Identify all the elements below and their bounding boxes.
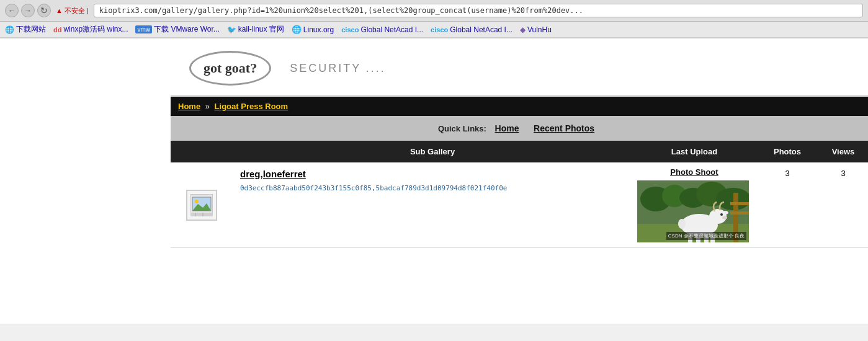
views-count: 3 xyxy=(818,162,868,247)
col-thumb xyxy=(171,141,233,162)
reload-button[interactable]: ↻ xyxy=(37,4,51,17)
bookmark-label: Global NetAcad I... xyxy=(360,25,423,34)
logo-oval: got goat? xyxy=(189,51,271,86)
last-upload-title: Photo Shoot xyxy=(637,167,751,177)
bookmark-netacad2[interactable]: cisco Global NetAcad I... xyxy=(431,25,512,34)
main-content: got goat? SECURITY .... Home » Ligoat Pr… xyxy=(171,38,868,324)
site-header: got goat? SECURITY .... xyxy=(171,38,868,97)
security-indicator: ▲ 不安全 | xyxy=(56,6,89,16)
svg-point-26 xyxy=(678,219,686,229)
watermark-text: CSDN @不要温顺地走进那个·良夜 xyxy=(666,232,746,240)
nav-buttons: ← → ↻ xyxy=(5,4,51,17)
cisco-icon2: cisco xyxy=(431,26,448,33)
gallery-info-cell: dreg,loneferret 0d3eccfb887aabd50f243b3f… xyxy=(233,162,632,247)
bookmark-linux[interactable]: 🌐 Linux.org xyxy=(292,25,334,34)
globe-icon: 🌐 xyxy=(292,25,302,34)
address-bar-row: ← → ↻ ▲ 不安全 | xyxy=(0,0,868,22)
svg-point-20 xyxy=(720,213,723,216)
bookmark-label: VulnHu xyxy=(527,25,552,34)
quicklinks-label: Quick Links: xyxy=(438,124,486,133)
separator: | xyxy=(87,7,89,14)
breadcrumb-separator: » xyxy=(205,102,210,111)
gallery-thumb-icon xyxy=(186,190,217,221)
gallery-title-link[interactable]: dreg,loneferret xyxy=(240,169,306,179)
bookmark-label: Linux.org xyxy=(303,25,334,34)
security-label: 不安全 xyxy=(65,6,85,16)
back-button[interactable]: ← xyxy=(5,4,19,17)
quicklink-photos[interactable]: Recent Photos xyxy=(534,123,594,133)
dd-icon: dd xyxy=(53,26,61,33)
logo-container: got goat? xyxy=(189,51,271,86)
photos-count: 3 xyxy=(756,162,818,247)
bookmark-label: kail-linux 官网 xyxy=(238,24,284,35)
bookmark-vmware[interactable]: vmw 下载 VMware Wor... xyxy=(135,24,219,35)
svg-rect-15 xyxy=(730,202,749,205)
bookmark-download-site[interactable]: 🌐 下载网站 xyxy=(5,24,46,35)
cisco-icon: cisco xyxy=(341,26,359,33)
image-icon xyxy=(190,194,213,216)
breadcrumb-bar: Home » Ligoat Press Room xyxy=(171,97,868,116)
table-row: dreg,loneferret 0d3eccfb887aabd50f243b3f… xyxy=(171,162,868,248)
gallery-hash: 0d3eccfb887aabd50f243b3f155c0f85,5badcaf… xyxy=(240,184,625,192)
photo-shoot-link[interactable]: Photo Shoot xyxy=(637,167,751,177)
gallery-table-header: Sub Gallery Last Upload Photos Views xyxy=(171,141,868,162)
svg-point-19 xyxy=(722,211,728,215)
gallery-thumbnail-cell xyxy=(171,162,233,247)
breadcrumb-home-link[interactable]: Home xyxy=(178,102,200,111)
bird-icon: 🐦 xyxy=(227,25,236,34)
breadcrumb-current-link[interactable]: Ligoat Press Room xyxy=(215,102,288,111)
goat-photo: CSDN @不要温顺地走进那个·良夜 xyxy=(637,180,749,242)
browser-chrome: ← → ↻ ▲ 不安全 | 🌐 下载网站 dd winxp激活码 winx...… xyxy=(0,0,868,38)
forward-button[interactable]: → xyxy=(21,4,35,17)
gallery-title: dreg,loneferret xyxy=(240,169,625,179)
bookmark-kali[interactable]: 🐦 kail-linux 官网 xyxy=(227,24,284,35)
bookmark-label: Global NetAcad I... xyxy=(450,25,512,34)
col-views: Views xyxy=(818,141,868,162)
gallery-last-upload-cell: Photo Shoot xyxy=(632,162,756,247)
tagline: SECURITY .... xyxy=(290,62,386,75)
logo-text: got goat? xyxy=(204,60,257,76)
bookmark-label: 下载网站 xyxy=(16,24,46,35)
bookmark-winxp[interactable]: dd winxp激活码 winx... xyxy=(53,24,128,35)
col-last-upload: Last Upload xyxy=(632,141,756,162)
left-sidebar-space xyxy=(0,38,171,324)
address-input[interactable] xyxy=(94,4,863,17)
bookmark-label: 下载 VMware Wor... xyxy=(154,24,220,35)
col-photos: Photos xyxy=(756,141,818,162)
vmware-icon: vmw xyxy=(135,25,152,33)
quicklinks-bar: Quick Links: Home Recent Photos xyxy=(171,116,868,141)
col-sub-gallery: Sub Gallery xyxy=(233,141,632,162)
svg-rect-16 xyxy=(730,211,749,215)
svg-point-21 xyxy=(722,216,727,219)
svg-rect-4 xyxy=(190,213,213,216)
bookmark-netacad1[interactable]: cisco Global NetAcad I... xyxy=(341,25,423,34)
svg-point-2 xyxy=(195,200,199,203)
bookmark-vulnhub[interactable]: ◆ VulnHu xyxy=(520,25,552,34)
quicklink-home[interactable]: Home xyxy=(495,123,519,133)
bookmarks-bar: 🌐 下载网站 dd winxp激活码 winx... vmw 下载 VMware… xyxy=(0,22,868,38)
warning-icon: ▲ xyxy=(56,7,63,14)
bookmark-label: winxp激活码 winx... xyxy=(63,24,128,35)
diamond-icon: ◆ xyxy=(520,25,526,34)
bookmark-icon: 🌐 xyxy=(5,25,14,34)
